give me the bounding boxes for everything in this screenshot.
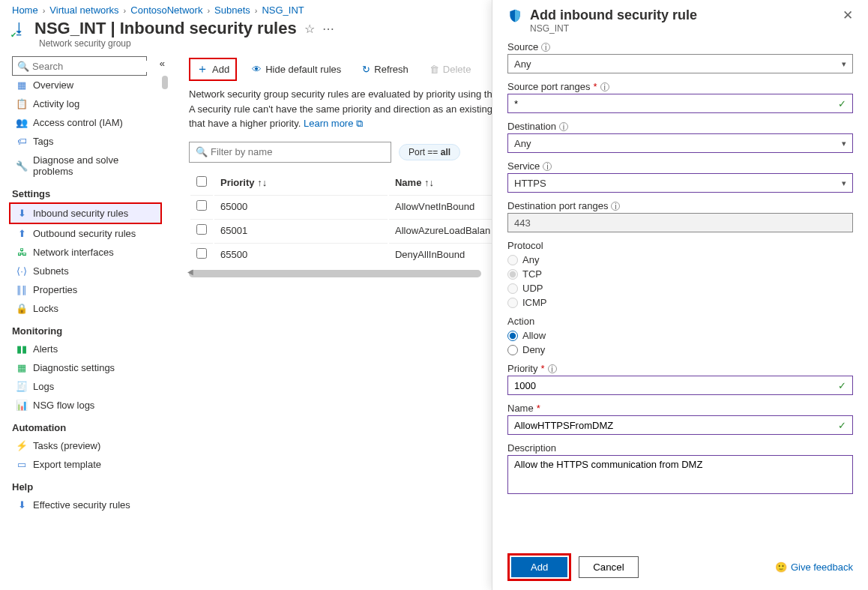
protocol-tcp[interactable]: TCP — [507, 268, 853, 280]
protocol-icmp[interactable]: ICMP — [507, 297, 853, 308]
sidebar-cat-monitoring: Monitoring — [12, 318, 171, 340]
sidebar-search[interactable]: 🔍 — [12, 56, 147, 76]
sidebar-item-alerts[interactable]: ▮▮Alerts — [12, 340, 162, 358]
sidebar-item-tasks[interactable]: ⚡Tasks (preview) — [12, 436, 162, 455]
label-source-port: Source port ranges — [507, 81, 591, 92]
crumb-nsg[interactable]: NSG_INT — [262, 4, 304, 16]
info-icon[interactable]: i — [559, 122, 568, 131]
label-dest-port: Destination port ranges — [507, 200, 608, 211]
label-description: Description — [507, 442, 556, 454]
search-input[interactable] — [32, 61, 158, 72]
checkmark-icon: ✓ — [838, 98, 846, 109]
source-select[interactable]: Any▾ — [507, 54, 853, 73]
feedback-icon: 🙂 — [775, 562, 787, 573]
protocol-udp[interactable]: UDP — [507, 283, 853, 294]
shield-icon — [507, 7, 522, 24]
sidebar-scrollbar[interactable] — [162, 76, 168, 590]
priority-input[interactable]: ✓ — [507, 376, 853, 395]
label-destination: Destination — [507, 121, 556, 132]
hide-icon: 👁 — [252, 64, 262, 75]
learn-more-link[interactable]: Learn more ⧉ — [304, 118, 363, 129]
label-service: Service — [507, 160, 540, 172]
filter-input[interactable] — [211, 146, 385, 157]
sidebar-item-activity-log[interactable]: 📋Activity log — [12, 94, 162, 113]
checkmark-icon: ✓ — [838, 380, 846, 391]
protocol-radio-group: Any TCP UDP ICMP — [507, 254, 853, 308]
panel-title: Add inbound security rule — [530, 7, 697, 23]
row-checkbox[interactable] — [196, 224, 207, 235]
sidebar-item-nics[interactable]: 🖧Network interfaces — [12, 243, 162, 262]
crumb-subnets[interactable]: Subnets — [214, 4, 250, 16]
page-title: NSG_INT | Inbound security rules — [34, 19, 297, 38]
action-allow[interactable]: Allow — [507, 330, 853, 341]
hide-default-button[interactable]: 👁Hide default rules — [246, 61, 347, 77]
dest-port-input — [507, 213, 853, 232]
add-rule-panel: Add inbound security rule NSG_INT ✕ Sour… — [492, 0, 868, 590]
sidebar-item-diag-settings[interactable]: ▦Diagnostic settings — [12, 358, 162, 377]
horizontal-scrollbar[interactable] — [189, 270, 481, 277]
action-deny[interactable]: Deny — [507, 344, 853, 355]
panel-feedback-link[interactable]: 🙂Give feedback — [775, 562, 853, 573]
sidebar-item-logs[interactable]: 🧾Logs — [12, 377, 162, 396]
service-select[interactable]: HTTPS▾ — [507, 173, 853, 193]
filter-by-name[interactable]: 🔍 — [189, 142, 391, 163]
protocol-any[interactable]: Any — [507, 254, 853, 265]
action-radio-group: Allow Deny — [507, 330, 853, 355]
sidebar-item-overview[interactable]: ▦Overview — [12, 76, 162, 94]
refresh-icon: ↻ — [362, 64, 370, 75]
label-action: Action — [507, 316, 534, 327]
label-source: Source — [507, 41, 538, 52]
sidebar-item-iam[interactable]: 👥Access control (IAM) — [12, 113, 162, 132]
sidebar-item-outbound-rules[interactable]: ⬆Outbound security rules — [12, 224, 162, 243]
name-input[interactable]: ✓ — [507, 415, 853, 435]
crumb-home[interactable]: Home — [12, 4, 38, 16]
panel-add-button[interactable]: Add — [511, 557, 567, 577]
download-icon[interactable]: ⭳✔ — [12, 20, 27, 37]
select-all-checkbox[interactable] — [196, 176, 207, 187]
sidebar: 🔍 « ▦Overview 📋Activity log 👥Access cont… — [0, 55, 171, 590]
chevron-down-icon: ▾ — [842, 139, 846, 148]
info-icon[interactable]: i — [541, 43, 550, 52]
sidebar-item-properties[interactable]: ∥∥Properties — [12, 280, 162, 299]
checkmark-icon: ✓ — [838, 420, 846, 431]
search-icon: 🔍 — [17, 61, 29, 72]
destination-select[interactable]: Any▾ — [507, 133, 853, 153]
sidebar-cat-automation: Automation — [12, 415, 171, 436]
add-button[interactable]: ＋Add — [189, 58, 237, 81]
label-priority: Priority — [507, 363, 537, 374]
refresh-button[interactable]: ↻Refresh — [356, 61, 415, 77]
search-icon: 🔍 — [196, 146, 208, 157]
more-icon[interactable]: ⋯ — [322, 22, 334, 36]
sidebar-item-diagnose[interactable]: 🔧Diagnose and solve problems — [12, 151, 162, 181]
sidebar-item-effective-rules[interactable]: ⬇Effective security rules — [12, 496, 162, 514]
plus-icon: ＋ — [196, 61, 208, 77]
label-protocol: Protocol — [507, 240, 543, 251]
sidebar-item-tags[interactable]: 🏷Tags — [12, 132, 162, 151]
close-icon[interactable]: ✕ — [843, 7, 853, 23]
panel-subtitle: NSG_INT — [530, 23, 697, 34]
panel-cancel-button[interactable]: Cancel — [579, 556, 639, 578]
sidebar-item-inbound-rules[interactable]: ⬇Inbound security rules — [9, 202, 162, 224]
description-input[interactable] — [507, 455, 853, 494]
chevron-down-icon: ▾ — [842, 178, 846, 188]
crumb-vnets[interactable]: Virtual networks — [49, 4, 118, 16]
sidebar-item-locks[interactable]: 🔒Locks — [12, 299, 162, 318]
sidebar-item-subnets[interactable]: ⟨·⟩Subnets — [12, 262, 162, 280]
source-port-input[interactable]: ✓ — [507, 94, 853, 113]
crumb-contoso[interactable]: ContosoNetwork — [130, 4, 202, 16]
port-filter-pill[interactable]: Port == all — [399, 144, 460, 160]
sidebar-cat-help: Help — [12, 474, 171, 496]
col-priority[interactable]: Priority ↑↓ — [214, 172, 388, 193]
info-icon[interactable]: i — [543, 162, 552, 171]
row-checkbox[interactable] — [196, 200, 207, 211]
star-icon[interactable]: ☆ — [304, 22, 315, 36]
collapse-sidebar-icon[interactable]: « — [160, 58, 165, 69]
sidebar-item-export-template[interactable]: ▭Export template — [12, 455, 162, 474]
row-checkbox[interactable] — [196, 248, 207, 259]
info-icon[interactable]: i — [548, 364, 557, 373]
sidebar-cat-settings: Settings — [12, 181, 171, 202]
sidebar-item-nsg-flow[interactable]: 📊NSG flow logs — [12, 396, 162, 415]
info-icon[interactable]: i — [600, 82, 609, 91]
chevron-down-icon: ▾ — [842, 59, 846, 69]
info-icon[interactable]: i — [611, 202, 620, 211]
